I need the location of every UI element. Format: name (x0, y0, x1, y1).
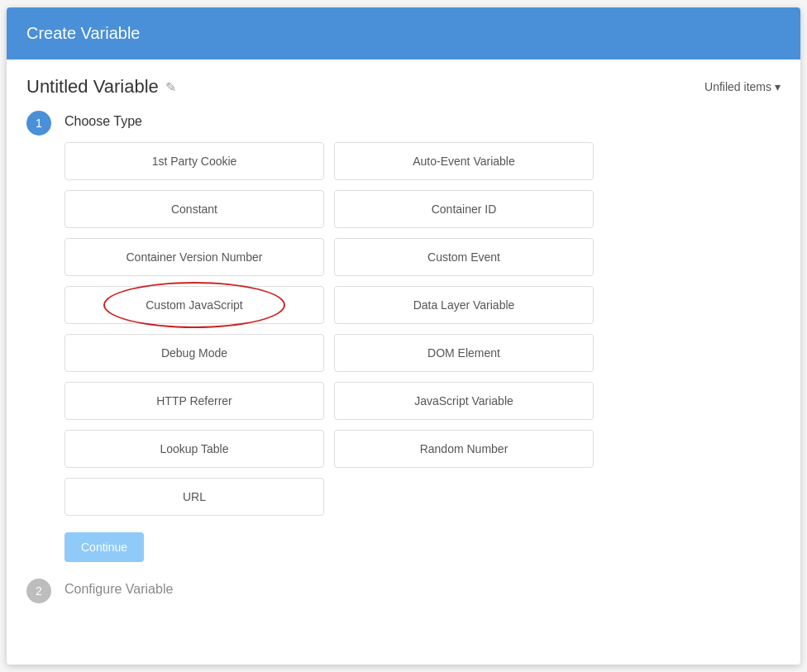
step1-section: 1 Choose Type 1st Party Cookie Auto-Even… (26, 111, 781, 562)
option-container-version-number[interactable]: Container Version Number (64, 238, 324, 276)
top-bar: Untitled Variable ✎ Unfiled items ▾ (26, 76, 781, 98)
variable-title-container: Untitled Variable ✎ (26, 76, 176, 98)
option-constant[interactable]: Constant (64, 190, 324, 228)
option-data-layer-variable[interactable]: Data Layer Variable (334, 286, 594, 324)
option-custom-event[interactable]: Custom Event (334, 238, 594, 276)
option-container-id[interactable]: Container ID (334, 190, 594, 228)
edit-icon[interactable]: ✎ (165, 79, 176, 95)
create-variable-modal: Create Variable Untitled Variable ✎ Unfi… (7, 7, 800, 665)
modal-body: Untitled Variable ✎ Unfiled items ▾ 1 Ch… (7, 60, 800, 665)
variable-name: Untitled Variable (26, 76, 159, 98)
option-url[interactable]: URL (64, 478, 324, 516)
option-1st-party-cookie[interactable]: 1st Party Cookie (64, 142, 324, 180)
step2-circle: 2 (26, 579, 51, 603)
step2-section: 2 Configure Variable (26, 579, 781, 603)
chevron-down-icon: ▾ (775, 80, 781, 93)
unfiled-items-dropdown[interactable]: Unfiled items ▾ (704, 80, 781, 93)
option-auto-event-variable[interactable]: Auto-Event Variable (334, 142, 594, 180)
step1-number: 1 (36, 117, 42, 130)
option-custom-javascript[interactable]: Custom JavaScript (64, 286, 324, 324)
step1-circle: 1 (26, 111, 51, 136)
step1-content: Choose Type 1st Party Cookie Auto-Event … (64, 111, 781, 562)
continue-button[interactable]: Continue (64, 532, 144, 562)
unfiled-items-label: Unfiled items (704, 80, 771, 93)
step1-label: Choose Type (64, 111, 781, 129)
modal-header: Create Variable (7, 7, 800, 60)
option-debug-mode[interactable]: Debug Mode (64, 334, 324, 372)
variable-type-grid: 1st Party Cookie Auto-Event Variable Con… (64, 142, 594, 516)
option-lookup-table[interactable]: Lookup Table (64, 430, 324, 468)
circle-highlight (103, 282, 285, 328)
option-javascript-variable[interactable]: JavaScript Variable (334, 382, 594, 420)
option-http-referrer[interactable]: HTTP Referrer (64, 382, 324, 420)
step2-label: Configure Variable (64, 579, 173, 597)
option-dom-element[interactable]: DOM Element (334, 334, 594, 372)
modal-title: Create Variable (26, 24, 140, 42)
step2-number: 2 (36, 584, 42, 598)
option-random-number[interactable]: Random Number (334, 430, 594, 468)
